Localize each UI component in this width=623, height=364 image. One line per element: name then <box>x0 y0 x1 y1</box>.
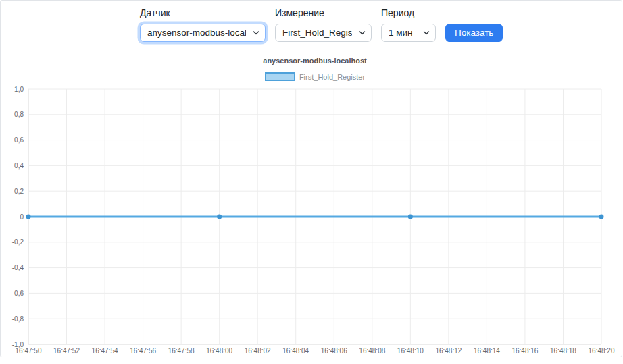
y-axis-tick-label: -0,6 <box>12 290 24 297</box>
data-point-marker <box>217 215 222 219</box>
y-axis-tick-label: -0,8 <box>12 315 24 323</box>
x-axis-tick-label: 16:47:52 <box>53 347 80 355</box>
sensor-chart-page: Датчик anysensor-modbus-localhost Измере… <box>0 0 623 364</box>
y-axis-tick-label: 0,6 <box>14 136 24 144</box>
x-axis-tick-label: 16:48:00 <box>206 347 232 355</box>
y-axis-tick-label: -0,2 <box>12 238 24 246</box>
y-axis-tick-label: 0,2 <box>14 188 24 195</box>
x-axis-tick-label: 16:48:14 <box>474 347 500 355</box>
chart-canvas: 16:47:5016:47:5216:47:5416:47:5616:47:58… <box>0 0 623 364</box>
x-axis-tick-label: 16:47:56 <box>130 347 156 355</box>
x-axis-tick-label: 16:48:02 <box>245 347 271 355</box>
x-axis-tick-label: 16:48:08 <box>359 347 385 355</box>
x-axis-tick-label: 16:48:16 <box>512 347 538 355</box>
data-point-marker <box>408 215 413 219</box>
data-point-marker <box>26 215 31 219</box>
data-point-marker <box>599 215 604 219</box>
y-axis-tick-label: 0 <box>20 213 24 221</box>
y-axis-tick-label: -0,4 <box>12 264 24 271</box>
y-axis-tick-label: 0,8 <box>14 111 24 118</box>
x-axis-tick-label: 16:48:04 <box>282 347 309 355</box>
x-axis-tick-label: 16:47:54 <box>92 347 118 355</box>
x-axis-tick-label: 16:48:20 <box>589 347 615 355</box>
y-axis-tick-label: 1,0 <box>14 86 24 93</box>
y-axis-tick-label: -1,0 <box>12 341 24 348</box>
x-axis-tick-label: 16:48:18 <box>550 347 576 355</box>
x-axis-tick-label: 16:47:58 <box>168 347 195 355</box>
y-axis-tick-label: 0,4 <box>14 162 24 170</box>
x-axis-tick-label: 16:48:12 <box>435 347 462 355</box>
x-axis-tick-label: 16:48:06 <box>321 347 347 355</box>
x-axis-tick-label: 16:48:10 <box>397 347 424 355</box>
x-axis-tick-label: 16:47:50 <box>16 347 42 355</box>
